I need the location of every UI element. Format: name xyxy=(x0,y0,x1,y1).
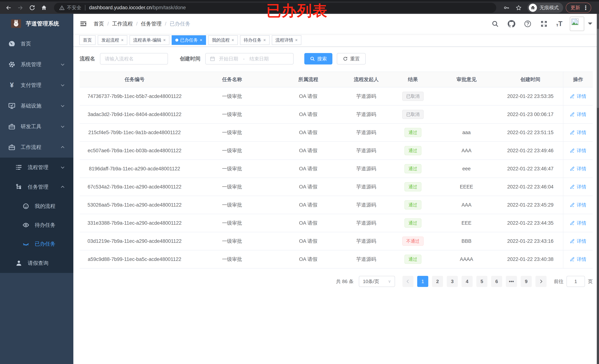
bookmark-star-icon[interactable] xyxy=(514,3,523,12)
range-separator: - xyxy=(243,56,245,62)
update-button[interactable]: 更新 ⋮ xyxy=(566,3,591,13)
avatar-caret-icon[interactable] xyxy=(588,23,592,27)
task-name-cell: 一级审批 xyxy=(189,256,274,263)
breadcrumb-item[interactable]: 工作流程 xyxy=(112,20,133,27)
search-icon[interactable] xyxy=(491,20,499,28)
next-page-button[interactable] xyxy=(536,276,546,287)
task-id-cell: 03d1219e-7b9a-11ec-a290-acde48001122 xyxy=(80,238,189,244)
forward-icon[interactable] xyxy=(16,3,25,13)
tab-发起流程[interactable]: 发起流程× xyxy=(98,35,127,45)
breadcrumb-item[interactable]: 首页 xyxy=(94,20,104,27)
sidebar-item-4[interactable]: 基础设施 xyxy=(0,96,73,116)
detail-link[interactable]: 详情 xyxy=(570,129,586,136)
page-button-9[interactable]: 9 xyxy=(521,276,532,287)
close-icon[interactable]: × xyxy=(163,37,166,43)
tab-已办任务[interactable]: 已办任务× xyxy=(172,35,206,45)
sidebar-item-7[interactable]: 流程管理 xyxy=(0,158,73,177)
avatar[interactable] xyxy=(570,17,584,31)
page-button-3[interactable]: 3 xyxy=(447,276,458,287)
page-button-1[interactable]: 1 xyxy=(417,276,428,287)
close-icon[interactable]: × xyxy=(200,37,202,43)
github-icon[interactable] xyxy=(507,20,515,28)
eye-open-icon xyxy=(22,221,30,229)
result-cell: 通过 xyxy=(391,255,435,264)
detail-link[interactable]: 详情 xyxy=(570,147,586,154)
tree-list-icon xyxy=(15,163,23,171)
url-domain[interactable]: dashboard.yudao.iocoder.cn xyxy=(89,5,152,10)
end-date-placeholder[interactable]: 结束日期 xyxy=(249,56,269,62)
update-label[interactable]: 更新 xyxy=(571,4,580,11)
date-range-picker[interactable]: 开始日期 - 结束日期 xyxy=(205,53,294,64)
page-button-5[interactable]: 5 xyxy=(476,276,487,287)
action-cell: 详情 xyxy=(563,124,593,141)
created-time-cell: 2022-01-22 23:40:38 xyxy=(498,257,563,262)
page-button-4[interactable]: 4 xyxy=(462,276,473,287)
breadcrumb-item[interactable]: 任务管理 xyxy=(141,20,162,27)
created-time-cell: 2022-01-22 23:46:47 xyxy=(498,166,563,172)
sidebar-item-2[interactable]: 系统管理 xyxy=(0,54,73,75)
close-icon[interactable]: × xyxy=(121,37,123,43)
sidebar-item-label: 工作流程 xyxy=(21,144,41,151)
window-scrollbar-thumb[interactable] xyxy=(597,29,599,108)
page-button-2[interactable]: 2 xyxy=(432,276,443,287)
tab-首页[interactable]: 首页 xyxy=(79,35,96,45)
url-path[interactable]: /bpm/task/done xyxy=(152,5,186,10)
goto-page-input[interactable]: 1 xyxy=(566,276,585,287)
chevron-down-icon xyxy=(60,124,65,129)
starter-cell: 芋道源码 xyxy=(342,256,391,263)
back-icon[interactable] xyxy=(4,3,13,13)
tab-流程详情[interactable]: 流程详情× xyxy=(272,35,301,45)
close-icon[interactable]: × xyxy=(263,37,266,43)
sidebar-item-6[interactable]: 工作流程 xyxy=(0,137,73,158)
help-icon[interactable] xyxy=(524,20,532,28)
refresh-icon[interactable] xyxy=(27,3,37,13)
detail-link[interactable]: 详情 xyxy=(570,111,586,118)
status-badge: 已取消 xyxy=(402,110,424,119)
process-cell: OA 请假 xyxy=(274,129,342,136)
font-size-icon[interactable]: тT xyxy=(556,20,563,27)
window-scrollbar[interactable] xyxy=(597,14,599,364)
starter-cell: 芋道源码 xyxy=(342,238,391,244)
detail-link[interactable]: 详情 xyxy=(570,93,586,100)
search-button[interactable]: 搜索 xyxy=(304,53,332,64)
start-date-placeholder[interactable]: 开始日期 xyxy=(219,56,238,62)
app-logo[interactable]: 芋道管理系统 xyxy=(0,14,73,34)
detail-link[interactable]: 详情 xyxy=(570,166,586,172)
sidebar-item-8[interactable]: 任务管理 xyxy=(0,177,73,197)
page-button-6[interactable]: 6 xyxy=(491,276,502,287)
tab-我的流程[interactable]: 我的流程× xyxy=(208,35,238,45)
warning-icon xyxy=(59,5,65,10)
home-icon[interactable] xyxy=(39,3,49,13)
sidebar-item-11[interactable]: 已办任务 xyxy=(0,234,73,253)
detail-link[interactable]: 详情 xyxy=(570,202,586,208)
detail-link[interactable]: 详情 xyxy=(570,220,586,226)
process-name-input[interactable]: 请输入流程名 xyxy=(100,53,168,64)
key-icon[interactable] xyxy=(502,3,511,12)
chevron-down-icon xyxy=(60,103,65,108)
prev-page-button[interactable] xyxy=(402,276,414,287)
sidebar-item-1[interactable]: 首页 xyxy=(0,34,73,54)
browser-menu-icon[interactable]: ⋮ xyxy=(583,4,589,11)
detail-link[interactable]: 详情 xyxy=(570,238,586,244)
table-row: ec507ae6-7b9a-11ec-b03b-acde48001122一级审批… xyxy=(80,142,593,160)
detail-link[interactable]: 详情 xyxy=(570,256,586,263)
detail-link[interactable]: 详情 xyxy=(570,184,586,190)
navbar-actions: тT xyxy=(483,17,592,31)
sidebar-item-5[interactable]: 研发工具 xyxy=(0,116,73,137)
sidebar-item-3[interactable]: ¥支付管理 xyxy=(0,75,73,96)
page-size-select[interactable]: 10条/页∨ xyxy=(359,276,395,287)
address-bar[interactable]: 不安全 dashboard.yudao.iocoder.cn /bpm/task… xyxy=(54,3,496,13)
more-pages-button[interactable]: ••• xyxy=(506,276,517,287)
task-id-cell: 53026aa5-7b9a-11ec-a290-acde48001122 xyxy=(80,202,189,208)
sidebar-item-10[interactable]: 待办任务 xyxy=(0,216,73,234)
security-label[interactable]: 不安全 xyxy=(67,4,81,11)
fullscreen-icon[interactable] xyxy=(540,20,548,28)
close-icon[interactable]: × xyxy=(295,37,298,43)
tab-流程表单-编辑[interactable]: 流程表单-编辑× xyxy=(130,35,169,45)
sidebar-collapse-icon[interactable] xyxy=(80,20,87,27)
close-icon[interactable]: × xyxy=(231,37,234,43)
sidebar-item-12[interactable]: 请假查询 xyxy=(0,253,73,273)
tab-待办任务[interactable]: 待办任务× xyxy=(240,35,270,45)
sidebar-item-9[interactable]: 我的流程 xyxy=(0,197,73,216)
reset-button[interactable]: 重置 xyxy=(337,53,366,64)
